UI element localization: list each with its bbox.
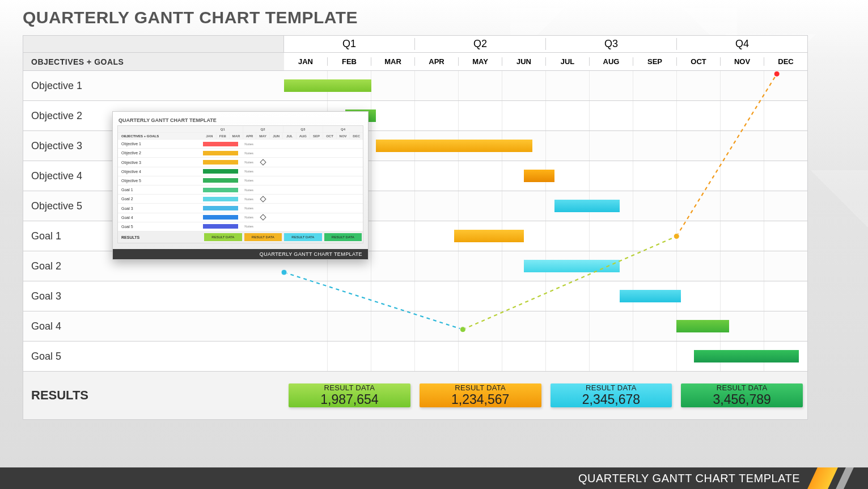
thumb-month-cell: JAN xyxy=(203,133,216,139)
grid-cell xyxy=(502,342,545,371)
thumb-notes-label: Notes xyxy=(244,151,253,155)
grid-cell xyxy=(720,191,764,221)
grid-cell xyxy=(633,191,676,221)
result-value: 2,345,678 xyxy=(582,392,640,407)
results-row: RESULTS RESULT DATA1,987,654RESULT DATA1… xyxy=(23,372,807,419)
grid-cell xyxy=(545,281,589,311)
result-label: RESULT DATA xyxy=(717,383,768,392)
thumb-result-card: RESULT DATA xyxy=(244,233,282,241)
thumb-bar xyxy=(203,224,238,229)
grid-cell xyxy=(371,281,414,311)
diamond-icon xyxy=(260,159,266,165)
thumb-result-card: RESULT DATA xyxy=(324,233,362,241)
grid-cell xyxy=(589,131,633,161)
result-label: RESULT DATA xyxy=(586,383,637,392)
grid-cell xyxy=(284,281,327,311)
thumb-month-cell: MAR xyxy=(229,133,243,139)
grid-cell xyxy=(502,71,545,100)
gantt-bar xyxy=(694,350,799,362)
quarter-header-row: Q1 Q2 Q3 Q4 xyxy=(23,36,807,53)
grid-cell xyxy=(589,342,633,371)
grid-cell xyxy=(458,101,502,130)
page-title: QUARTERLY GANTT CHART TEMPLATE xyxy=(23,8,358,27)
row-label: Goal 5 xyxy=(23,342,284,371)
grid-cell xyxy=(502,311,545,341)
thumb-results-timeline: RESULT DATARESULT DATARESULT DATARESULT … xyxy=(203,231,363,243)
grid-cell xyxy=(414,221,458,251)
result-card: RESULT DATA1,234,567 xyxy=(420,383,541,407)
month-cell: APR xyxy=(414,57,458,66)
month-cell: DEC xyxy=(764,57,807,66)
quarter-cell: Q1 xyxy=(284,38,414,50)
grid-cell xyxy=(633,221,676,251)
grid-cell xyxy=(371,101,414,130)
grid-cell xyxy=(458,311,502,341)
thumb-notes-label: Notes xyxy=(244,170,253,173)
thumbnail-footer-text: QUARTERLY GANTT CHART TEMPLATE xyxy=(260,251,362,257)
grid-cell xyxy=(414,101,458,130)
thumb-month-cell: AUG xyxy=(296,133,310,139)
gantt-bar xyxy=(454,230,524,242)
grid-cell xyxy=(502,281,545,311)
thumb-row-timeline: Notes xyxy=(203,149,363,157)
grid-cell xyxy=(589,161,633,191)
grid-cell xyxy=(720,251,764,281)
thumb-month-cell: DEC xyxy=(349,133,363,139)
slide: QUARTERLY GANTT CHART TEMPLATE Q1 Q2 Q3 … xyxy=(0,0,868,489)
grid-cell xyxy=(371,191,414,221)
grid-cell xyxy=(458,251,502,281)
grid-cell xyxy=(633,251,676,281)
grid-cell xyxy=(676,191,720,221)
grid-cell xyxy=(414,161,458,191)
grid-cell xyxy=(633,131,676,161)
thumb-quarter-cell: Q2 xyxy=(243,126,283,132)
grid-cell xyxy=(676,71,720,100)
footer-accent-grey xyxy=(836,467,854,489)
thumb-month-cell: JUL xyxy=(282,133,296,139)
thumb-month-cell: NOV xyxy=(336,133,350,139)
thumb-row-timeline: Notes xyxy=(203,167,363,176)
thumb-row: Goal 1Notes xyxy=(118,186,363,195)
thumb-month-cell: JUN xyxy=(269,133,283,139)
gantt-bar xyxy=(376,140,533,152)
grid-cell xyxy=(545,131,589,161)
gantt-bar xyxy=(284,79,371,92)
thumb-notes-label: Notes xyxy=(244,161,253,164)
grid-cell xyxy=(414,71,458,100)
grid-cell xyxy=(284,342,327,371)
grid-cell xyxy=(414,311,458,341)
thumb-quarter-cell: Q1 xyxy=(203,126,243,132)
row-timeline xyxy=(284,311,807,341)
results-label: RESULTS xyxy=(23,372,284,419)
thumbnail-table: Q1Q2Q3Q4OBJECTIVES + GOALSJANFEBMARAPRMA… xyxy=(117,125,363,243)
thumb-bar xyxy=(203,215,238,220)
grid-cell xyxy=(633,101,676,130)
grid-cell xyxy=(676,251,720,281)
thumb-row-label: Goal 2 xyxy=(118,197,203,201)
result-value: 3,456,789 xyxy=(713,392,770,407)
footer-bar: QUARTERLY GANTT CHART TEMPLATE xyxy=(0,467,868,489)
thumb-row-label: Goal 4 xyxy=(118,216,203,220)
thumb-month-header: OBJECTIVES + GOALSJANFEBMARAPRMAYJUNJULA… xyxy=(118,133,363,140)
grid-cell xyxy=(545,221,589,251)
month-cell: JUL xyxy=(545,57,589,66)
thumb-row-label: Objective 5 xyxy=(118,179,203,183)
month-header: JAN FEB MAR APR MAY JUN JUL AUG SEP OCT … xyxy=(284,53,807,70)
month-cell: JUN xyxy=(502,57,545,66)
month-cell: NOV xyxy=(720,57,764,66)
grid-cell xyxy=(589,71,633,100)
gantt-bar xyxy=(524,260,620,272)
grid-cell xyxy=(327,311,371,341)
grid-cell xyxy=(764,281,807,311)
thumb-quarter-header: Q1Q2Q3Q4 xyxy=(118,126,363,133)
thumb-results-row: RESULTSRESULT DATARESULT DATARESULT DATA… xyxy=(118,231,363,243)
diamond-icon xyxy=(260,196,266,202)
grid-cell xyxy=(371,161,414,191)
month-cell: FEB xyxy=(327,57,371,66)
quarter-cell: Q2 xyxy=(414,38,545,50)
objectives-header: OBJECTIVES + GOALS xyxy=(23,53,284,70)
thumb-bar xyxy=(203,188,238,192)
thumb-notes-label: Notes xyxy=(244,225,253,228)
thumb-row-timeline: Notes xyxy=(203,204,363,212)
thumbnail-title: QUARTERLY GANTT CHART TEMPLATE xyxy=(118,117,217,123)
